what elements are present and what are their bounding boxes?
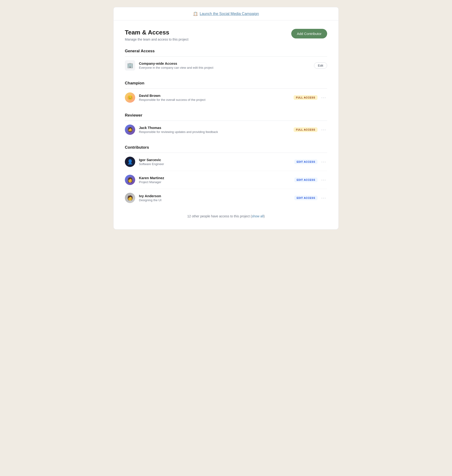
- karen-martinez-item: 👩 Karen Martinez Project Manager EDIT AC…: [125, 171, 327, 189]
- karen-actions: EDIT ACCESS ···: [294, 177, 327, 183]
- david-avatar: 😊: [125, 92, 135, 103]
- ivy-avatar-face: 🧑: [125, 193, 135, 203]
- ivy-desc: Designing the UI: [139, 198, 294, 202]
- karen-avatar: 👩: [125, 175, 135, 185]
- page-title: Team & Access: [125, 29, 188, 36]
- david-desc: Responsible for the overall success of t…: [139, 98, 294, 102]
- igor-avatar: 👤: [125, 157, 135, 167]
- david-badge: FULL ACCESS: [294, 95, 318, 100]
- ivy-actions: EDIT ACCESS ···: [294, 195, 327, 201]
- karen-desc: Project Manager: [139, 180, 294, 184]
- page-subtitle: Manage the team and access to this proje…: [125, 38, 188, 41]
- reviewer-title: Reviewer: [125, 113, 327, 118]
- karen-info: Karen Martinez Project Manager: [139, 176, 294, 184]
- david-avatar-face: 😊: [125, 92, 135, 103]
- project-title-text: Launch the Social Media Campaign: [200, 12, 259, 16]
- main-card: Team & Access Manage the team and access…: [113, 20, 339, 229]
- jack-info: Jack Thomas Responsible for reviewing up…: [139, 126, 294, 134]
- header-text: Team & Access Manage the team and access…: [125, 29, 188, 41]
- jack-name: Jack Thomas: [139, 126, 294, 130]
- company-access-item: 🏢 Company-wide Access Everyone in the co…: [125, 57, 327, 74]
- jack-avatar: 🧔: [125, 124, 135, 135]
- igor-desc: Software Engineer: [139, 162, 294, 166]
- company-access-desc: Everyone in the company can view and edi…: [139, 66, 314, 69]
- reviewer-section: Reviewer 🧔 Jack Thomas Responsible for r…: [125, 113, 327, 139]
- contributors-section: Contributors 👤 Igor Sarcevic Software En…: [125, 145, 327, 207]
- ivy-info: Ivy Anderson Designing the UI: [139, 194, 294, 202]
- footer-text-before: 12 other people have access to this proj…: [187, 214, 252, 218]
- page-header: Team & Access Manage the team and access…: [125, 29, 327, 41]
- david-name: David Brown: [139, 94, 294, 98]
- contributors-title: Contributors: [125, 145, 327, 150]
- top-bar: 📋 Launch the Social Media Campaign: [113, 7, 339, 20]
- add-contributor-button[interactable]: Add Contributor: [291, 29, 327, 39]
- project-title-link[interactable]: 📋 Launch the Social Media Campaign: [193, 12, 259, 16]
- karen-badge: EDIT ACCESS: [294, 177, 318, 182]
- jack-actions: FULL ACCESS ···: [294, 127, 327, 133]
- igor-more-button[interactable]: ···: [320, 159, 327, 165]
- ivy-anderson-item: 🧑 Ivy Anderson Designing the UI EDIT ACC…: [125, 189, 327, 207]
- ivy-name: Ivy Anderson: [139, 194, 294, 198]
- general-access-section: General Access 🏢 Company-wide Access Eve…: [125, 49, 327, 74]
- igor-name: Igor Sarcevic: [139, 158, 294, 162]
- champion-title: Champion: [125, 81, 327, 85]
- karen-avatar-face: 👩: [125, 175, 135, 185]
- david-more-button[interactable]: ···: [320, 95, 327, 101]
- david-info: David Brown Responsible for the overall …: [139, 94, 294, 102]
- igor-actions: EDIT ACCESS ···: [294, 159, 327, 165]
- david-actions: FULL ACCESS ···: [294, 95, 327, 101]
- footer-note: 12 other people have access to this proj…: [125, 214, 327, 218]
- jack-thomas-item: 🧔 Jack Thomas Responsible for reviewing …: [125, 121, 327, 139]
- footer-text-after: ): [264, 214, 265, 218]
- igor-badge: EDIT ACCESS: [294, 159, 318, 164]
- igor-avatar-face: 👤: [125, 157, 135, 167]
- champion-section: Champion 😊 David Brown Responsible for t…: [125, 81, 327, 106]
- company-access-name: Company-wide Access: [139, 61, 314, 65]
- clipboard-icon: 📋: [193, 12, 198, 16]
- jack-desc: Responsible for reviewing updates and pr…: [139, 130, 294, 134]
- karen-more-button[interactable]: ···: [320, 177, 327, 183]
- david-brown-item: 😊 David Brown Responsible for the overal…: [125, 89, 327, 106]
- show-all-link[interactable]: show all: [252, 214, 264, 218]
- general-access-title: General Access: [125, 49, 327, 53]
- jack-more-button[interactable]: ···: [320, 127, 327, 133]
- jack-avatar-face: 🧔: [125, 124, 135, 135]
- igor-sarcevic-item: 👤 Igor Sarcevic Software Engineer EDIT A…: [125, 153, 327, 171]
- company-access-actions: Edit: [314, 62, 327, 69]
- ivy-badge: EDIT ACCESS: [294, 196, 318, 200]
- company-access-info: Company-wide Access Everyone in the comp…: [139, 61, 314, 69]
- karen-name: Karen Martinez: [139, 176, 294, 180]
- jack-badge: FULL ACCESS: [294, 127, 318, 132]
- igor-info: Igor Sarcevic Software Engineer: [139, 158, 294, 166]
- ivy-more-button[interactable]: ···: [320, 195, 327, 201]
- ivy-avatar: 🧑: [125, 193, 135, 203]
- building-icon: 🏢: [125, 60, 135, 71]
- company-edit-button[interactable]: Edit: [314, 62, 327, 69]
